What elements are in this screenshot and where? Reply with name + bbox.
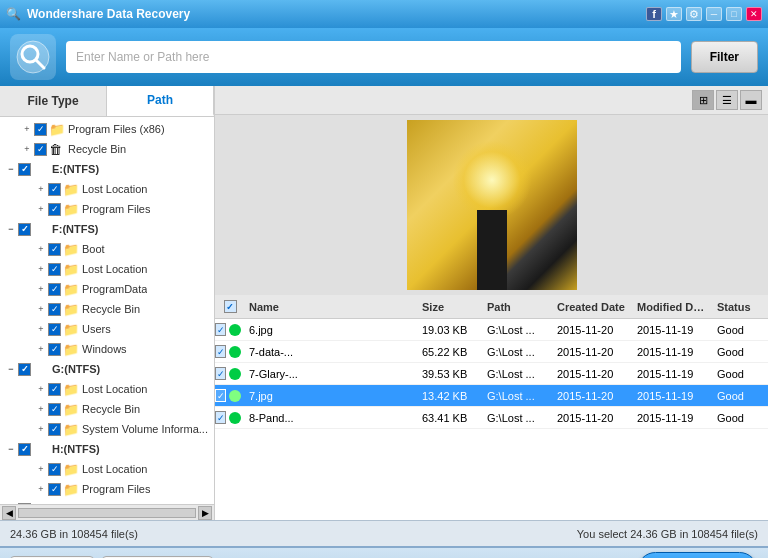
folder-icon: 📁 <box>63 282 79 297</box>
tree-checkbox[interactable]: ✓ <box>48 463 61 476</box>
star-btn[interactable]: ★ <box>666 7 682 21</box>
tree-item[interactable]: − ✓ G:(NTFS) <box>0 359 214 379</box>
status-dot <box>229 368 241 380</box>
tree-checkbox[interactable]: ✓ <box>48 323 61 336</box>
status-bar: 24.36 GB in 108454 file(s) You select 24… <box>0 520 768 546</box>
tree-item[interactable]: + ✓ 📁 Lost Location <box>0 259 214 279</box>
bottom-bar: 🏠 Home 💾 Save Scan 🔄 Recover <box>0 546 768 558</box>
tree-item[interactable]: + ✓ 📁 Program Files <box>0 199 214 219</box>
tree-checkbox[interactable]: ✓ <box>18 443 31 456</box>
main-content: File Type Path + ✓ 📁 Program Files (x86)… <box>0 86 768 520</box>
title-bar-controls: f ★ ⚙ ─ □ ✕ <box>646 7 762 21</box>
row-checkbox[interactable]: ✓ <box>215 345 226 358</box>
preview-glow <box>452 140 532 220</box>
col-modified: Modified Date <box>633 301 713 313</box>
tree-item[interactable]: + ✓ 📁 Lost Location <box>0 459 214 479</box>
tree-checkbox[interactable]: ✓ <box>48 383 61 396</box>
tree-item[interactable]: + ✓ 📁 ProgramData <box>0 279 214 299</box>
file-row[interactable]: ✓ 7-data-... 65.22 KB G:\Lost ... 2015-1… <box>215 341 768 363</box>
row-checkbox[interactable]: ✓ <box>215 411 226 424</box>
row-checkbox[interactable]: ✓ <box>215 389 226 402</box>
file-path: G:\Lost ... <box>483 346 553 358</box>
close-btn[interactable]: ✕ <box>746 7 762 21</box>
tree-checkbox[interactable]: ✓ <box>48 203 61 216</box>
tree-checkbox[interactable]: ✓ <box>48 243 61 256</box>
scroll-left-btn[interactable]: ◀ <box>2 506 16 520</box>
title-bar: 🔍 Wondershare Data Recovery f ★ ⚙ ─ □ ✕ <box>0 0 768 28</box>
file-row[interactable]: ✓ 6.jpg 19.03 KB G:\Lost ... 2015-11-20 … <box>215 319 768 341</box>
file-name: 7.jpg <box>245 390 418 402</box>
file-modified: 2015-11-19 <box>633 390 713 402</box>
file-list: ✓ Name Size Path Created Date Modified D… <box>215 295 768 520</box>
tree-item[interactable]: + ✓ 🗑 Recycle Bin <box>0 139 214 159</box>
maximize-btn[interactable]: □ <box>726 7 742 21</box>
file-path: G:\Lost ... <box>483 412 553 424</box>
facebook-btn[interactable]: f <box>646 7 662 21</box>
tree-checkbox[interactable]: ✓ <box>48 283 61 296</box>
tree-checkbox[interactable]: ✓ <box>34 143 47 156</box>
file-row[interactable]: ✓ 8-Pand... 63.41 KB G:\Lost ... 2015-11… <box>215 407 768 429</box>
tree-item[interactable]: + ✓ 📁 Lost Location <box>0 179 214 199</box>
tree-item[interactable]: + ✓ 📁 Users <box>0 319 214 339</box>
header-checkbox[interactable]: ✓ <box>224 300 237 313</box>
file-modified: 2015-11-19 <box>633 368 713 380</box>
tree-item[interactable]: + ✓ 📁 Program Files <box>0 479 214 499</box>
expander-icon: + <box>34 284 48 294</box>
file-size: 13.42 KB <box>418 390 483 402</box>
preview-silhouette <box>477 210 507 290</box>
tab-bar: File Type Path <box>0 86 214 117</box>
file-name: 7-Glary-... <box>245 368 418 380</box>
file-list-header: ✓ Name Size Path Created Date Modified D… <box>215 295 768 319</box>
detail-view-btn[interactable]: ▬ <box>740 90 762 110</box>
preview-area <box>215 115 768 295</box>
tree-item[interactable]: + ✓ 📁 Windows <box>0 339 214 359</box>
sidebar: File Type Path + ✓ 📁 Program Files (x86)… <box>0 86 215 520</box>
file-row-selected[interactable]: ✓ 7.jpg 13.42 KB G:\Lost ... 2015-11-20 … <box>215 385 768 407</box>
expander-icon: + <box>34 184 48 194</box>
tree-checkbox[interactable]: ✓ <box>48 303 61 316</box>
tree-item[interactable]: + ✓ 📁 System Volume Informa... <box>0 419 214 439</box>
tree-checkbox[interactable]: ✓ <box>18 363 31 376</box>
file-row[interactable]: ✓ 7-Glary-... 39.53 KB G:\Lost ... 2015-… <box>215 363 768 385</box>
tree-item[interactable]: + ✓ 📁 Lost Location <box>0 379 214 399</box>
folder-icon: 📁 <box>63 462 79 477</box>
tree-item[interactable]: + ✓ 📁 Boot <box>0 239 214 259</box>
tree-item[interactable]: + ✓ 📁 Program Files (x86) <box>0 119 214 139</box>
tree-checkbox[interactable]: ✓ <box>48 263 61 276</box>
tree-checkbox[interactable]: ✓ <box>48 183 61 196</box>
grid-view-btn[interactable]: ⊞ <box>692 90 714 110</box>
tree-checkbox[interactable]: ✓ <box>18 163 31 176</box>
tree-checkbox[interactable]: ✓ <box>48 423 61 436</box>
recover-button[interactable]: 🔄 Recover <box>637 552 758 559</box>
tree-checkbox[interactable]: ✓ <box>48 483 61 496</box>
tree-checkbox[interactable]: ✓ <box>18 223 31 236</box>
list-view-btn[interactable]: ☰ <box>716 90 738 110</box>
row-checkbox[interactable]: ✓ <box>215 323 226 336</box>
settings-btn[interactable]: ⚙ <box>686 7 702 21</box>
tree-item[interactable]: − ✓ H:(NTFS) <box>0 439 214 459</box>
expander-icon: + <box>34 404 48 414</box>
file-status: Good <box>713 346 768 358</box>
expander-icon: + <box>20 124 34 134</box>
filter-button[interactable]: Filter <box>691 41 758 73</box>
expander-icon: + <box>34 304 48 314</box>
scroll-right-btn[interactable]: ▶ <box>198 506 212 520</box>
tab-path[interactable]: Path <box>107 86 214 116</box>
file-size: 19.03 KB <box>418 324 483 336</box>
tree-checkbox[interactable]: ✓ <box>34 123 47 136</box>
tree-item[interactable]: + ✓ 📁 Recycle Bin <box>0 299 214 319</box>
tree-checkbox[interactable]: ✓ <box>48 403 61 416</box>
horizontal-scrollbar[interactable] <box>18 508 196 518</box>
tree-item[interactable]: + ✓ 📁 Recycle Bin <box>0 399 214 419</box>
tree-item[interactable]: − ✓ F:(NTFS) <box>0 219 214 239</box>
minimize-btn[interactable]: ─ <box>706 7 722 21</box>
file-created: 2015-11-20 <box>553 346 633 358</box>
tab-file-type[interactable]: File Type <box>0 86 107 116</box>
folder-icon: 📁 <box>63 302 79 317</box>
row-checkbox[interactable]: ✓ <box>215 367 226 380</box>
search-input[interactable]: Enter Name or Path here <box>66 41 681 73</box>
tree-item[interactable]: − ✓ E:(NTFS) <box>0 159 214 179</box>
tree-checkbox[interactable]: ✓ <box>48 343 61 356</box>
file-status: Good <box>713 324 768 336</box>
folder-icon: 📁 <box>63 482 79 497</box>
